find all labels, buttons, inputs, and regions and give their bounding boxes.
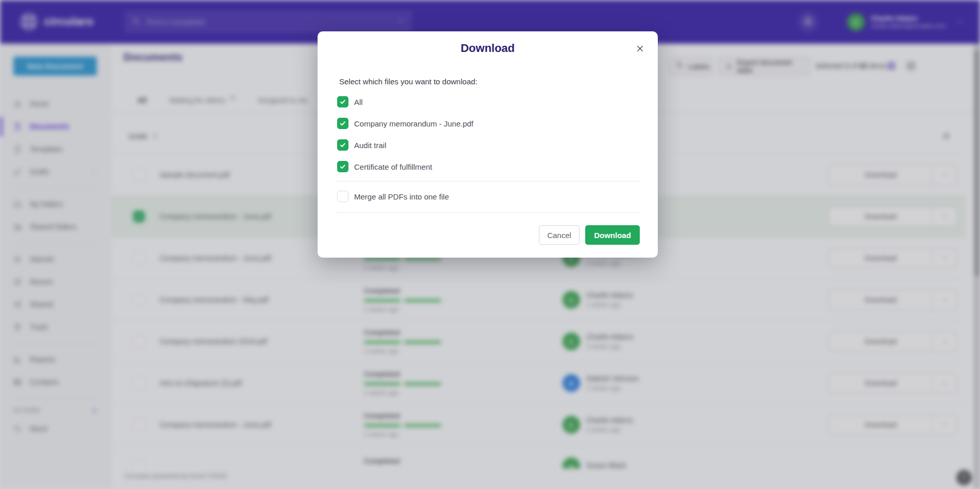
option-label: Audit trail xyxy=(354,141,387,150)
download-option-certificate-of-fulfillment[interactable]: Certificate of fulfillment xyxy=(337,161,474,172)
download-options: AllCompany memorandum - June.pdfAudit tr… xyxy=(337,96,474,183)
cancel-button[interactable]: Cancel xyxy=(539,225,580,245)
option-label: All xyxy=(354,98,363,106)
merge-option-label: Merge all PDFs into one file xyxy=(354,192,449,201)
merge-checkbox[interactable] xyxy=(337,191,348,202)
modal-actions: Cancel Download xyxy=(539,225,640,245)
option-checkbox[interactable] xyxy=(337,96,348,107)
screen: circularo C Charlie Adams charlie.adams@… xyxy=(0,0,980,489)
download-option-audit-trail[interactable]: Audit trail xyxy=(337,139,474,151)
download-modal: Download Select which files you want to … xyxy=(318,31,658,258)
download-option-all[interactable]: All xyxy=(337,96,474,107)
modal-prompt: Select which files you want to download: xyxy=(339,77,477,86)
close-icon[interactable] xyxy=(634,43,645,54)
option-label: Company memorandum - June.pdf xyxy=(354,119,474,128)
option-label: Certificate of fulfillment xyxy=(354,162,432,171)
modal-title: Download xyxy=(318,42,658,55)
option-checkbox[interactable] xyxy=(337,161,348,172)
download-button[interactable]: Download xyxy=(585,225,640,245)
option-checkbox[interactable] xyxy=(337,139,348,151)
modal-divider xyxy=(336,212,640,213)
merge-option-row[interactable]: Merge all PDFs into one file xyxy=(337,191,449,202)
option-checkbox[interactable] xyxy=(337,118,348,129)
modal-divider xyxy=(336,181,640,182)
download-option-company-memorandum-june-pdf[interactable]: Company memorandum - June.pdf xyxy=(337,118,474,129)
